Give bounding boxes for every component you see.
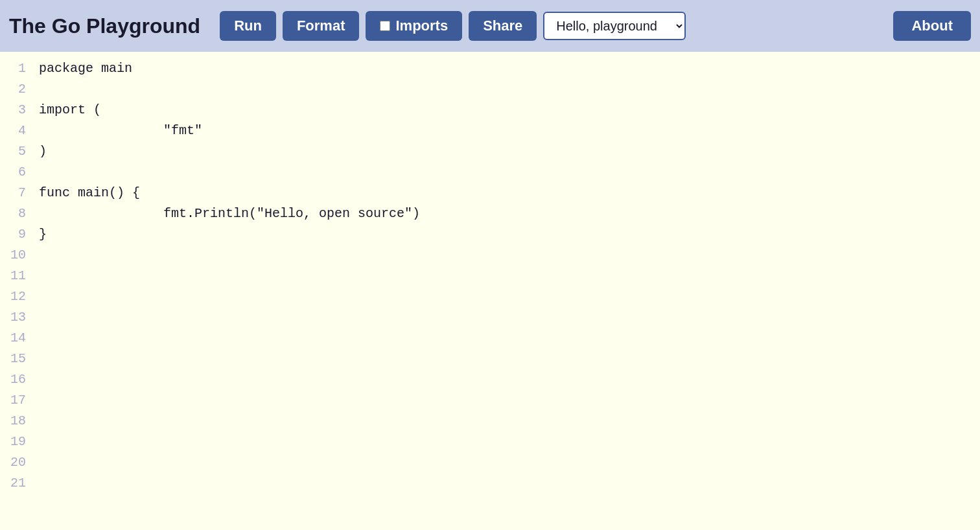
code-line	[39, 79, 974, 100]
imports-button[interactable]: Imports	[366, 11, 462, 41]
line-number: 10	[6, 245, 26, 266]
app-title: The Go Playground	[9, 14, 200, 38]
line-number: 14	[6, 328, 26, 349]
line-number: 19	[6, 432, 26, 452]
header: The Go Playground Run Format Imports Sha…	[0, 0, 980, 52]
line-number: 21	[6, 473, 26, 494]
format-button[interactable]: Format	[283, 11, 360, 41]
line-number: 2	[6, 79, 26, 100]
code-line: import (	[39, 100, 974, 121]
line-number: 15	[6, 349, 26, 369]
code-line	[39, 411, 974, 432]
line-number: 6	[6, 162, 26, 183]
run-button[interactable]: Run	[220, 11, 276, 41]
code-line	[39, 432, 974, 452]
code-content[interactable]: package mainimport ( "fmt")func main() {…	[32, 58, 980, 524]
line-number: 9	[6, 224, 26, 245]
code-line	[39, 390, 974, 411]
code-line: "fmt"	[39, 121, 974, 141]
code-line: fmt.Println("Hello, open source")	[39, 203, 974, 224]
line-numbers: 123456789101112131415161718192021	[0, 58, 32, 524]
code-line	[39, 286, 974, 307]
line-number: 18	[6, 411, 26, 432]
code-line	[39, 266, 974, 286]
code-line: }	[39, 224, 974, 245]
code-line: package main	[39, 58, 974, 79]
code-line	[39, 452, 974, 473]
line-number: 4	[6, 121, 26, 141]
template-select[interactable]: Hello, playgroundHello, worldFibonacciCo…	[543, 12, 686, 40]
line-number: 1	[6, 58, 26, 79]
code-line	[39, 349, 974, 369]
code-line	[39, 328, 974, 349]
line-number: 13	[6, 307, 26, 328]
code-line: )	[39, 141, 974, 162]
line-number: 20	[6, 452, 26, 473]
line-number: 7	[6, 183, 26, 203]
code-line	[39, 369, 974, 390]
imports-label: Imports	[395, 17, 448, 34]
code-line	[39, 307, 974, 328]
line-number: 11	[6, 266, 26, 286]
line-number: 12	[6, 286, 26, 307]
line-number: 5	[6, 141, 26, 162]
code-line: func main() {	[39, 183, 974, 203]
about-button[interactable]: About	[893, 11, 971, 41]
line-number: 8	[6, 203, 26, 224]
line-number: 16	[6, 369, 26, 390]
editor-area: 123456789101112131415161718192021 packag…	[0, 52, 980, 530]
share-button[interactable]: Share	[469, 11, 537, 41]
line-number: 17	[6, 390, 26, 411]
code-line	[39, 245, 974, 266]
code-line	[39, 162, 974, 183]
code-line	[39, 473, 974, 494]
imports-checkbox[interactable]	[380, 21, 390, 31]
line-number: 3	[6, 100, 26, 121]
